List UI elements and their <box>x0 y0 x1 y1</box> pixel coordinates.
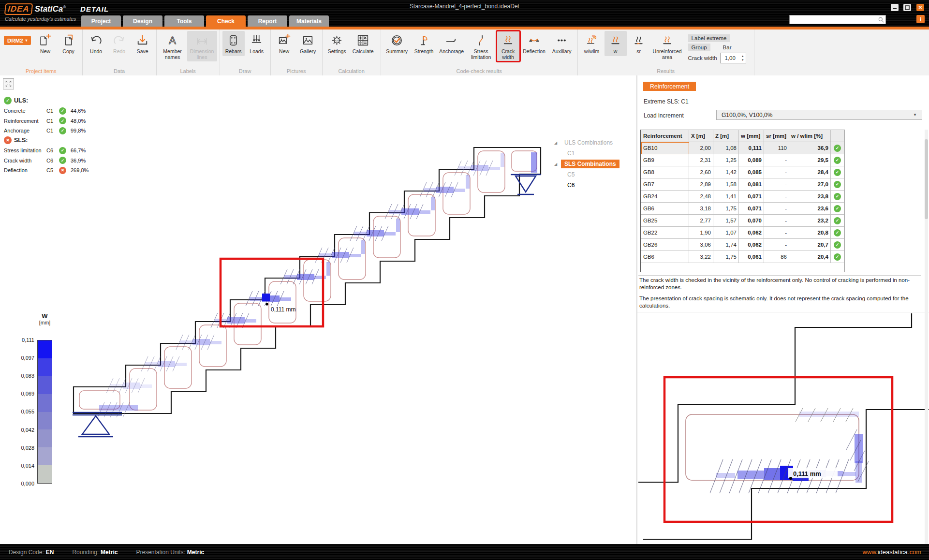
table-row[interactable]: GB82,601,420,085-28,4✓ <box>641 166 844 178</box>
value-cell: 27,0 <box>789 178 831 191</box>
crack-width-button[interactable]: Crack width <box>497 31 520 61</box>
undo-icon <box>89 32 103 48</box>
auxiliary-button[interactable]: Auxiliary <box>549 31 575 56</box>
load-increment-dropdown[interactable]: G100,0%, V100,0% ▼ <box>716 110 922 120</box>
combo-item-c5[interactable]: C5 <box>564 169 634 180</box>
deflection-button[interactable]: Deflection <box>521 31 548 56</box>
table-row[interactable]: GB242,481,410,071-23,8✓ <box>641 191 844 203</box>
group-toggle[interactable]: Group <box>688 44 710 51</box>
tab-report[interactable]: Report <box>248 15 287 27</box>
divider <box>637 312 929 312</box>
calculate-button[interactable]: Calculate <box>350 31 376 56</box>
rebar-name-cell: GB7 <box>641 178 689 191</box>
bar-toggle[interactable]: Bar <box>723 44 732 50</box>
value-cell: 0,071 <box>739 191 764 203</box>
button-label: Deflection <box>523 49 546 55</box>
column-header[interactable]: w [mm] <box>739 130 764 142</box>
new-button[interactable]: New <box>34 31 57 56</box>
sr-button[interactable]: sr <box>628 31 650 56</box>
value-cell: 1,57 <box>713 215 739 227</box>
w-wlim-button[interactable]: %w/wlim <box>580 31 604 56</box>
rebar-name-cell: GB24 <box>641 191 689 203</box>
combo-item-c1[interactable]: C1 <box>564 148 634 159</box>
table-row[interactable]: GB221,901,070,062-20,8✓ <box>641 227 844 239</box>
stepper-arrows[interactable]: ▲▼ <box>740 54 746 62</box>
summary-button[interactable]: Summary <box>383 31 411 56</box>
table-row[interactable]: GB102,001,080,11111036,9✓ <box>641 142 844 154</box>
status-cell: ✓ <box>831 142 844 154</box>
column-header[interactable]: Z [m] <box>713 130 739 142</box>
undo-button[interactable]: Undo <box>85 31 107 56</box>
value-cell: 2,31 <box>689 154 713 166</box>
column-header[interactable]: w / wlim [%] <box>789 130 831 142</box>
column-header[interactable]: X [m] <box>689 130 713 142</box>
rebars-button[interactable]: Rebars <box>222 31 245 56</box>
detail-canvas[interactable]: 0,111 mm <box>638 313 929 544</box>
website-link[interactable]: www.ideastatica.com <box>863 548 921 556</box>
crack-width-scale-value: 1,00 <box>721 55 740 61</box>
strength-button[interactable]: Strength <box>412 31 437 56</box>
staircase-canvas[interactable]: 0,111 mm <box>0 75 636 544</box>
settings-button[interactable]: </>Settings <box>325 31 349 56</box>
crack-width-icon <box>501 32 515 48</box>
svg-text:A: A <box>169 34 176 46</box>
value-cell: 23,2 <box>789 215 831 227</box>
table-row[interactable]: GB63,221,750,0618620,4✓ <box>641 251 844 263</box>
combo-item-sls-combinations[interactable]: ◢SLS Combinations <box>554 159 634 169</box>
column-header[interactable]: sr [mm] <box>764 130 789 142</box>
copy-button[interactable]: Copy <box>58 31 80 56</box>
info-button[interactable]: i <box>916 15 925 23</box>
doc-new-icon <box>39 32 52 48</box>
value-cell: 2,89 <box>689 178 713 191</box>
load-increment-label: Load increment <box>644 112 684 119</box>
value-cell: - <box>764 239 789 251</box>
maximize-button[interactable] <box>903 4 911 11</box>
label-extreme-toggle[interactable]: Label extreme <box>688 34 730 42</box>
value-cell: 1,74 <box>713 239 739 251</box>
search-icon[interactable] <box>878 16 885 23</box>
stress-limitation-button[interactable]: Stress limitation <box>467 31 496 61</box>
anchorage-icon <box>445 32 458 48</box>
scrollbar-thumb[interactable] <box>925 139 928 219</box>
tab-project[interactable]: Project <box>81 15 121 27</box>
table-row[interactable]: GB263,061,740,062-20,7✓ <box>641 239 844 251</box>
table-row[interactable]: GB72,891,580,081-27,0✓ <box>641 178 844 191</box>
member-names-icon: A <box>166 32 179 48</box>
project-item-selector[interactable]: DRM2▾ <box>4 36 31 45</box>
save-button[interactable]: Save <box>132 31 154 56</box>
tab-tools[interactable]: Tools <box>164 15 204 27</box>
value-cell: 20,7 <box>789 239 831 251</box>
new-button[interactable]: New <box>273 31 295 56</box>
calculate-icon <box>356 32 369 48</box>
loads-button[interactable]: Loads <box>246 31 268 56</box>
crack-width-stepper[interactable]: 1,00▲▼ <box>720 53 746 63</box>
tab-check[interactable]: Check <box>206 15 246 27</box>
gallery-button[interactable]: Gallery <box>296 31 320 56</box>
tab-materials[interactable]: Materials <box>289 15 329 27</box>
value-cell: 3,06 <box>689 239 713 251</box>
minimize-button[interactable] <box>891 4 899 11</box>
w-button[interactable]: w <box>605 31 627 56</box>
table-row[interactable]: GB252,771,570,070-23,2✓ <box>641 215 844 227</box>
svg-text:0,111 mm: 0,111 mm <box>793 470 821 477</box>
close-button[interactable]: ✕ <box>916 4 924 11</box>
save-icon <box>136 32 149 48</box>
table-row[interactable]: GB63,181,750,071-23,6✓ <box>641 203 844 215</box>
tab-design[interactable]: Design <box>123 15 162 27</box>
pass-icon: ✓ <box>834 193 841 200</box>
unreinforced-area-button[interactable]: Unreinforced area <box>651 31 684 61</box>
tab-reinforcement[interactable]: Reinforcement <box>643 82 696 91</box>
doc-copy-icon <box>62 32 75 48</box>
column-header[interactable]: Reinforcement <box>641 130 689 142</box>
member-names-button[interactable]: AMember names <box>159 31 186 61</box>
anchorage-button[interactable]: Anchorage <box>438 31 466 56</box>
group-label: Project items <box>0 68 82 74</box>
table-row[interactable]: GB92,311,250,089-29,5✓ <box>641 154 844 166</box>
rebar-name-cell: GB9 <box>641 154 689 166</box>
results-panel: Reinforcement Extreme SLS: C1 Load incre… <box>637 75 929 544</box>
pass-icon: ✓ <box>834 253 841 261</box>
panel-scrollbar[interactable] <box>925 130 928 545</box>
combo-item-c6[interactable]: C6 <box>564 180 634 191</box>
search-input[interactable] <box>790 16 878 23</box>
combo-item-uls-combinations[interactable]: ◢ULS Combinations <box>554 137 634 148</box>
